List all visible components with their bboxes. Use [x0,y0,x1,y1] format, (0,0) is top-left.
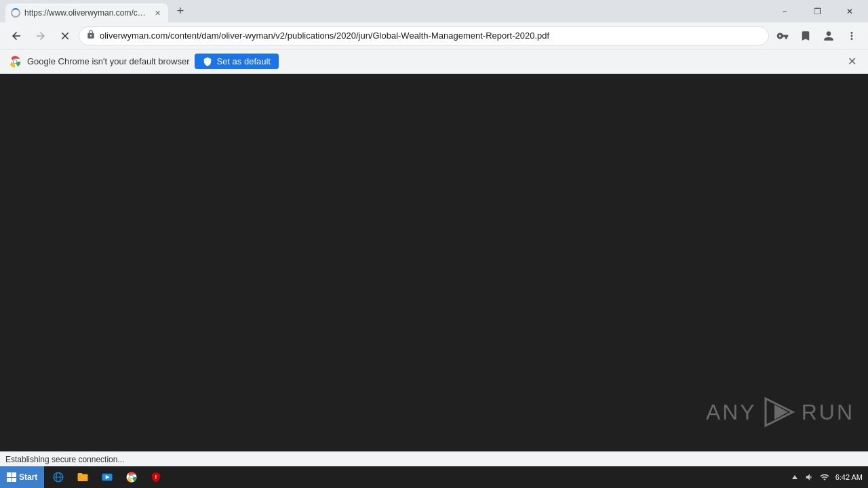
media-player-icon [101,471,113,483]
watermark: ANY RUN [706,395,854,429]
chrome-logo-icon [8,55,22,68]
watermark-play-icon [762,395,796,429]
infobar-message: Google Chrome isn't your default browser [27,56,189,66]
svg-point-12 [130,476,134,479]
system-time: 6:42 AM [835,473,863,481]
set-default-label: Set as default [216,56,271,66]
tray-speaker-icon[interactable] [804,472,815,483]
address-bar[interactable]: oliverwyman.com/content/dam/oliver-wyman… [79,26,769,45]
tray-expand-icon[interactable] [789,472,800,483]
lock-icon [86,30,96,41]
set-default-button[interactable]: Set as default [195,54,279,69]
taskbar-ie-button[interactable] [47,468,70,487]
tab-close-button[interactable]: ✕ [152,7,163,18]
chrome-taskbar-icon [125,471,138,483]
address-text: oliverwyman.com/content/dam/oliver-wyman… [100,30,762,41]
menu-button[interactable] [841,25,863,47]
tray-icons [789,472,830,483]
system-tray: 6:42 AM [784,472,868,483]
nav-actions [772,25,863,47]
windows-logo-icon [7,472,16,482]
status-bar: Establishing secure connection... [0,451,868,466]
maximize-button[interactable]: ❐ [802,0,833,22]
forward-button[interactable] [30,25,52,47]
taskbar-explorer-button[interactable] [71,468,94,487]
main-content-area: ANY RUN [0,74,868,466]
title-bar: https://www.oliverwyman.com/cont... ✕ + … [0,0,868,22]
tab-strip: https://www.oliverwyman.com/cont... ✕ + [0,0,769,22]
bookmark-icon[interactable] [795,25,816,47]
back-button[interactable] [5,25,27,47]
taskbar-security-button[interactable]: ! [144,468,167,487]
navigation-bar: oliverwyman.com/content/dam/oliver-wyman… [0,22,868,49]
svg-marker-14 [792,475,797,479]
tab-title: https://www.oliverwyman.com/cont... [24,8,148,18]
security-icon: ! [150,471,162,483]
ie-icon [52,471,64,483]
start-button[interactable]: Start [0,466,44,488]
taskbar-chrome-button[interactable] [120,468,143,487]
taskbar-media-button[interactable] [96,468,119,487]
close-button[interactable]: ✕ [834,0,865,22]
explorer-icon [77,471,89,483]
minimize-button[interactable]: − [769,0,800,22]
tray-network-icon[interactable] [819,472,830,483]
watermark-text-right: RUN [802,400,854,425]
reload-button[interactable] [54,25,76,47]
shield-icon [203,57,212,66]
status-text: Establishing secure connection... [5,455,124,464]
svg-text:!: ! [155,474,157,481]
active-tab[interactable]: https://www.oliverwyman.com/cont... ✕ [5,3,168,22]
default-browser-infobar: Google Chrome isn't your default browser… [0,49,868,74]
tab-loading-spinner [11,8,20,18]
taskbar: Start [0,466,868,488]
new-tab-button[interactable]: + [171,2,190,21]
infobar-close-button[interactable]: ✕ [844,54,860,70]
svg-point-2 [14,60,17,63]
key-icon[interactable] [772,25,793,47]
taskbar-items: ! [44,468,783,487]
start-label: Start [19,472,37,482]
profile-button[interactable] [818,25,840,47]
watermark-text-left: ANY [706,400,757,425]
window-controls: − ❐ ✕ [769,0,868,22]
